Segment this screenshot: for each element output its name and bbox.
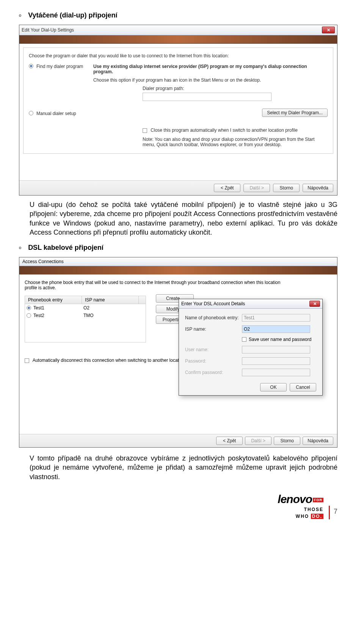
close-auto-row[interactable]: Close this program automatically when I …	[143, 128, 328, 133]
badge-for: FOR	[313, 498, 323, 502]
help-button[interactable]: Nápověda	[303, 184, 333, 192]
window-title: Edit Your Dial-Up Settings	[22, 27, 74, 33]
option-description: Use my existing dialup internet service …	[93, 64, 328, 83]
radio-icon[interactable]	[27, 313, 31, 318]
badge-who: WHO	[296, 514, 309, 519]
dialer-path-input[interactable]	[143, 93, 271, 101]
input-phonebook-name	[242, 314, 310, 322]
checkbox-label: Automatically disconnect this connection…	[33, 358, 185, 363]
radio-icon[interactable]	[29, 64, 33, 68]
page-footer: lenovo FOR THOSE WHO DO. 7	[19, 493, 337, 519]
option-manual-setup[interactable]: Manual dialer setup	[29, 111, 127, 116]
input-username	[242, 346, 310, 353]
list-item-dialup: o Vytáčené (dial-up) připojení	[19, 11, 337, 22]
checkbox-icon[interactable]	[25, 358, 29, 363]
table-header: Phonebook entry ISP name	[25, 296, 146, 304]
titlebar: Access Connections	[19, 257, 337, 266]
brand-name: lenovo	[278, 493, 312, 506]
option-label: Find my dialer program	[36, 64, 93, 69]
window-title: Access Connections	[22, 259, 64, 264]
label-username: User name:	[185, 347, 242, 352]
titlebar: Edit Your Dial-Up Settings ✕	[19, 25, 337, 35]
access-connections-window: Access Connections Choose the phone book…	[19, 257, 337, 448]
next-button[interactable]: Další >	[245, 437, 271, 445]
dialer-path-label: Dialer program path:	[143, 86, 328, 91]
option-find-dialer[interactable]: Find my dialer program Use my existing d…	[29, 64, 328, 83]
help-button[interactable]: Nápověda	[303, 437, 333, 445]
header-decoration	[19, 266, 337, 274]
label-phonebook-name: Name of phonebook entry:	[185, 315, 242, 320]
badge-those: THOSE	[304, 507, 323, 512]
back-button[interactable]: < Zpět	[216, 437, 243, 445]
label-confirm-password: Confirm password:	[185, 370, 242, 375]
save-credentials-row[interactable]: Save user name and password	[185, 337, 316, 342]
checkbox-label: Close this program automatically when I …	[151, 128, 298, 133]
radio-icon[interactable]	[27, 306, 31, 310]
next-button[interactable]: Další >	[243, 184, 270, 192]
ok-button[interactable]: OK	[260, 383, 287, 391]
dsl-body: Name of phonebook entry: ISP name: Save …	[179, 309, 322, 395]
cancel-button[interactable]: Cancel	[290, 383, 316, 391]
table-row[interactable]: Test2 TMO	[25, 312, 146, 319]
dialup-settings-window: Edit Your Dial-Up Settings ✕ Choose the …	[19, 25, 337, 196]
close-icon[interactable]: ✕	[322, 27, 335, 33]
badge-do: DO.	[311, 514, 323, 519]
input-confirm-password	[242, 369, 310, 376]
cancel-button[interactable]: Storno	[274, 437, 300, 445]
heading-dsl: DSL kabelové připojení	[28, 244, 104, 252]
content-panel: Choose the phone book entry that will be…	[19, 274, 337, 434]
option-label: Manual dialer setup	[36, 111, 93, 116]
dsl-titlebar: Enter Your DSL Account Details ✕	[179, 299, 322, 309]
phonebook-table: Phonebook entry ISP name Test1 O2 Test2 …	[25, 296, 146, 342]
label-password: Password:	[185, 358, 242, 364]
instruction-text: Choose the phone book entry that will be…	[25, 280, 290, 290]
instruction-text: Choose the program or dialer that you wo…	[29, 53, 328, 58]
label-isp-name: ISP name:	[185, 327, 242, 332]
col-isp: ISP name	[82, 296, 139, 304]
input-isp-name[interactable]	[242, 325, 310, 333]
close-icon[interactable]: ✕	[309, 301, 320, 307]
dsl-title-text: Enter Your DSL Account Details	[181, 301, 245, 306]
header-decoration	[19, 35, 337, 44]
bullet-marker: o	[19, 13, 21, 22]
list-item-dsl: o DSL kabelové připojení	[19, 244, 337, 254]
note-text: Note: You can also drag and drop your di…	[143, 137, 317, 147]
paragraph-dialup: U dial-upu (do čehož se počítá také vytá…	[30, 200, 337, 237]
wizard-button-bar: < Zpět Další > Storno Nápověda	[19, 434, 337, 447]
cancel-button[interactable]: Storno	[273, 184, 300, 192]
back-button[interactable]: < Zpět	[214, 184, 240, 192]
col-phonebook: Phonebook entry	[25, 296, 82, 304]
wizard-button-bar: < Zpět Další > Storno Nápověda	[19, 180, 337, 195]
checkbox-icon[interactable]	[143, 128, 147, 133]
radio-icon[interactable]	[29, 111, 33, 115]
checkbox-icon[interactable]	[242, 337, 246, 342]
page-number: 7	[329, 506, 337, 519]
dsl-account-dialog: Enter Your DSL Account Details ✕ Name of…	[179, 299, 323, 396]
table-row[interactable]: Test1 O2	[25, 304, 146, 312]
lenovo-logo-block: lenovo FOR THOSE WHO DO.	[278, 493, 323, 519]
dialer-path-block: Dialer program path:	[143, 86, 328, 105]
select-dialer-button[interactable]: Select my Dialer Program...	[262, 109, 328, 117]
content-panel: Choose the program or dialer that you wo…	[23, 47, 333, 154]
heading-dialup: Vytáčené (dial-up) připojení	[28, 11, 117, 19]
input-password	[242, 357, 310, 365]
bullet-marker: o	[19, 245, 21, 254]
paragraph-dsl: V tomto případě na druhé obrazovce vybír…	[30, 454, 337, 481]
